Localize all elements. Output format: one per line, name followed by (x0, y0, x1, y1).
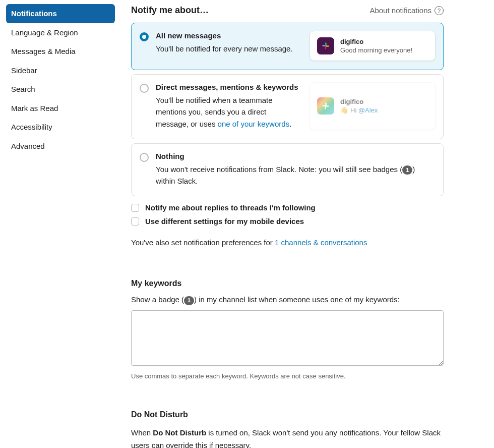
sidebar-item-language-region[interactable]: Language & Region (6, 23, 115, 42)
option-desc-dm: You'll be notified when a teammate menti… (156, 94, 301, 130)
notification-preview-dm: digifico 👋 Hi @Alex (310, 83, 435, 130)
sidebar-item-advanced[interactable]: Advanced (6, 137, 115, 156)
option-title-all: All new messages (156, 31, 301, 40)
keywords-description: Show a badge (1) in my channel list when… (131, 295, 444, 305)
svg-rect-7 (325, 106, 326, 110)
notify-option-nothing[interactable]: Nothing You won't receive notifications … (131, 143, 444, 197)
preview-sender-all: digifico (340, 38, 412, 45)
radio-dm-mentions[interactable] (140, 84, 149, 93)
slack-icon (317, 37, 334, 54)
keywords-input[interactable] (131, 310, 444, 366)
preferences-sidebar: Notifications Language & Region Messages… (0, 0, 121, 448)
radio-all-messages[interactable] (140, 32, 149, 41)
preview-message-dm: 👋 Hi @Alex (340, 106, 378, 114)
also-set-text: You've also set notification preferences… (131, 237, 444, 249)
help-icon: ? (435, 6, 444, 15)
svg-rect-3 (325, 45, 326, 49)
badge-icon: 1 (402, 165, 412, 175)
notify-option-all[interactable]: All new messages You'll be notified for … (131, 23, 444, 70)
preview-message-all: Good morning everyone! (340, 46, 412, 54)
channels-conversations-link[interactable]: 1 channels & conversations (275, 238, 367, 247)
about-notifications-link[interactable]: About notifications ? (369, 6, 444, 15)
checkbox-mobile-settings[interactable] (131, 217, 139, 226)
mention-text: @Alex (358, 106, 378, 114)
slack-icon (317, 97, 334, 115)
about-notifications-label: About notifications (369, 6, 431, 15)
keywords-hint: Use commas to separate each keyword. Key… (131, 372, 444, 380)
section-title-dnd: Do Not Disturb (131, 410, 444, 419)
sidebar-item-search[interactable]: Search (6, 80, 115, 99)
wave-icon: 👋 (340, 106, 348, 114)
main-content: Notify me about… About notifications ? A… (121, 0, 474, 448)
radio-nothing[interactable] (140, 153, 149, 162)
sidebar-item-messages-media[interactable]: Messages & Media (6, 42, 115, 61)
option-title-nothing: Nothing (156, 152, 435, 160)
checkbox-label-threads: Notify me about replies to threads I'm f… (145, 203, 316, 212)
notify-option-dm[interactable]: Direct messages, mentions & keywords You… (131, 74, 444, 139)
sidebar-item-mark-as-read[interactable]: Mark as Read (6, 99, 115, 118)
notification-preview-all: digifico Good morning everyone! (310, 31, 435, 61)
checkbox-label-mobile: Use different settings for my mobile dev… (145, 217, 304, 226)
your-keywords-link[interactable]: one of your keywords (218, 120, 290, 128)
checkbox-thread-replies[interactable] (131, 204, 139, 212)
sidebar-item-notifications[interactable]: Notifications (6, 4, 115, 23)
sidebar-item-accessibility[interactable]: Accessibility (6, 118, 115, 137)
dnd-description: When Do Not Disturb is turned on, Slack … (131, 426, 444, 448)
option-desc-nothing: You won't receive notifications from Sla… (156, 163, 435, 187)
badge-icon: 1 (184, 296, 194, 305)
section-title-notify: Notify me about… (131, 5, 209, 16)
sidebar-item-sidebar[interactable]: Sidebar (6, 61, 115, 80)
option-desc-all: You'll be notified for every new message… (156, 43, 301, 54)
section-title-keywords: My keywords (131, 279, 444, 288)
option-title-dm: Direct messages, mentions & keywords (156, 83, 301, 91)
preview-sender-dm: digifico (340, 98, 378, 105)
